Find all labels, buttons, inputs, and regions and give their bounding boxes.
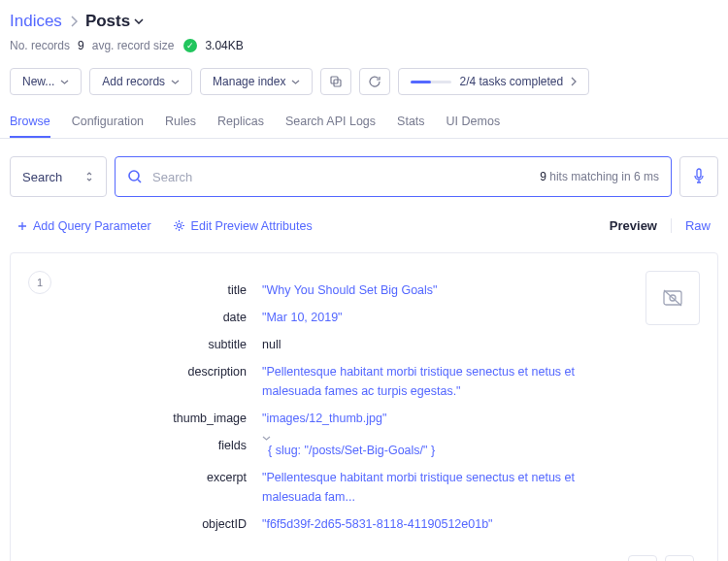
mic-button[interactable] <box>679 156 718 197</box>
tab-ui-demos[interactable]: UI Demos <box>447 107 501 138</box>
record-thumb-placeholder <box>645 271 700 325</box>
records-label: No. records <box>10 39 70 52</box>
chevron-right-icon <box>571 77 577 86</box>
sort-icon <box>84 170 94 183</box>
new-button-label: New... <box>22 75 54 88</box>
attr-value: "images/12_thumb.jpg" <box>262 409 626 428</box>
chevron-right-icon <box>70 16 78 27</box>
stats-row: No. records 9 avg. record size ✓ 3.04KB <box>10 39 718 52</box>
breadcrumb-current[interactable]: Posts <box>85 12 144 31</box>
plus-icon <box>17 221 27 231</box>
chevron-down-icon <box>60 80 69 84</box>
attr-key: date <box>102 308 262 327</box>
tab-configuration[interactable]: Configuration <box>72 107 144 138</box>
attr-value: null <box>262 335 626 354</box>
search-box: 9 hits matching in 6 ms <box>115 156 672 197</box>
view-raw[interactable]: Raw <box>671 218 711 233</box>
attr-row-thumb_image: thumb_image"images/12_thumb.jpg" <box>102 405 626 432</box>
svg-point-2 <box>129 171 139 181</box>
no-image-icon <box>662 288 683 308</box>
breadcrumb-separator <box>70 16 78 27</box>
copy-icon <box>329 75 343 88</box>
attr-value: "f6f5d39f-2d65-5831-8118-41190512e01b" <box>262 514 626 534</box>
add-query-param-label: Add Query Parameter <box>33 219 151 233</box>
attr-value: { slug: "/posts/Set-Big-Goals/" } <box>262 436 626 460</box>
attr-value: "Why You Should Set Big Goals" <box>262 280 626 300</box>
copy-button[interactable] <box>320 68 351 95</box>
record-attributes: title"Why You Should Set Big Goals" date… <box>102 277 626 538</box>
check-circle-icon: ✓ <box>183 39 197 52</box>
search-icon <box>127 169 143 184</box>
manage-index-button[interactable]: Manage index <box>200 68 313 95</box>
edit-preview-button[interactable]: Edit Preview Attributes <box>173 219 313 233</box>
chevron-down-icon <box>171 80 180 84</box>
hits-text: 9 hits matching in 6 ms <box>540 170 659 183</box>
record-index-badge: 1 <box>28 271 51 294</box>
expand-toggle[interactable] <box>262 436 626 441</box>
attr-key: description <box>102 362 262 381</box>
attr-value: "Pellentesque habitant morbi tristique s… <box>262 468 626 507</box>
progress-text: 2/4 tasks completed <box>459 75 563 88</box>
attr-row-objectID: objectID"f6f5d39f-2d65-5831-8118-4119051… <box>102 511 626 538</box>
gear-icon <box>173 219 185 232</box>
record-actions <box>34 555 694 561</box>
attr-row-title: title"Why You Should Set Big Goals" <box>102 277 626 304</box>
attr-key: objectID <box>102 514 262 534</box>
edit-preview-label: Edit Preview Attributes <box>191 219 313 233</box>
microphone-icon <box>692 168 706 185</box>
breadcrumb: Indices Posts <box>10 12 718 31</box>
add-query-param-button[interactable]: Add Query Parameter <box>17 219 151 233</box>
attr-row-date: date"Mar 10, 2019" <box>102 304 626 331</box>
delete-button[interactable] <box>628 555 657 561</box>
add-records-label: Add records <box>102 75 165 88</box>
main-toolbar: New... Add records Manage index 2/4 task… <box>0 60 728 103</box>
record-card: 1 title"Why You Should Set Big Goals" da… <box>10 252 718 561</box>
attr-key: subtitle <box>102 335 262 354</box>
attr-key: excerpt <box>102 468 262 487</box>
attr-value: "Pellentesque habitant morbi tristique s… <box>262 362 626 401</box>
search-mode-label: Search <box>22 170 62 184</box>
tab-stats[interactable]: Stats <box>397 107 425 138</box>
new-button[interactable]: New... <box>10 68 82 95</box>
search-input[interactable] <box>152 170 540 184</box>
attr-value: "Mar 10, 2019" <box>262 308 626 327</box>
attr-row-subtitle: subtitlenull <box>102 331 626 358</box>
attr-row-excerpt: excerpt"Pellentesque habitant morbi tris… <box>102 464 626 511</box>
search-mode-select[interactable]: Search <box>10 156 107 197</box>
avg-label: avg. record size <box>92 39 175 52</box>
refresh-button[interactable] <box>359 68 390 95</box>
attr-key: thumb_image <box>102 409 262 428</box>
tab-browse[interactable]: Browse <box>10 107 50 138</box>
attr-key: title <box>102 280 262 300</box>
progress-bar <box>411 81 451 83</box>
chevron-down-icon <box>291 80 300 84</box>
manage-index-label: Manage index <box>213 75 285 88</box>
svg-rect-3 <box>697 169 701 178</box>
tab-rules[interactable]: Rules <box>165 107 196 138</box>
view-preview[interactable]: Preview <box>610 218 657 233</box>
hits-count: 9 <box>540 170 546 183</box>
attr-key: fields <box>102 436 262 455</box>
edit-button[interactable] <box>665 555 694 561</box>
tab-search-api-logs[interactable]: Search API Logs <box>285 107 376 138</box>
breadcrumb-title: Posts <box>85 12 130 31</box>
chevron-down-icon <box>262 436 271 441</box>
records-value: 9 <box>78 39 84 52</box>
tab-replicas[interactable]: Replicas <box>217 107 264 138</box>
chevron-down-icon <box>134 18 144 24</box>
rank-button[interactable] <box>591 555 620 561</box>
add-records-button[interactable]: Add records <box>89 68 192 95</box>
attr-row-fields: fields{ slug: "/posts/Set-Big-Goals/" } <box>102 432 626 464</box>
size-value: 3.04KB <box>205 39 243 52</box>
breadcrumb-indices[interactable]: Indices <box>10 12 62 31</box>
tabs: Browse Configuration Rules Replicas Sear… <box>0 103 728 139</box>
progress-pill[interactable]: 2/4 tasks completed <box>398 68 589 95</box>
svg-point-4 <box>177 224 181 228</box>
refresh-icon <box>368 75 381 88</box>
attr-row-description: description"Pellentesque habitant morbi … <box>102 358 626 405</box>
